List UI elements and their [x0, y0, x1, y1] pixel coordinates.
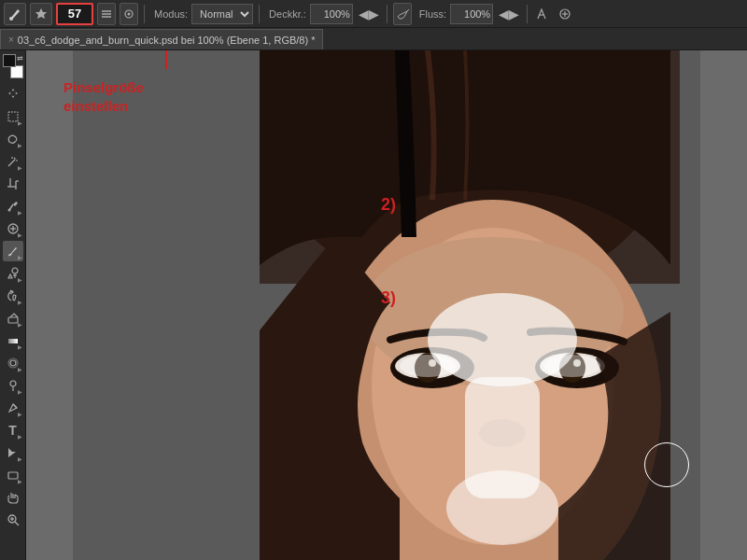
heal-tool[interactable]: ▶	[3, 218, 23, 239]
top-toolbar: 57 Modus: Normal Deckkr.: ◀▶ Fluss: ◀▶	[0, 0, 747, 28]
svg-point-17	[7, 209, 10, 212]
type-icon: T	[8, 423, 17, 438]
deckraft-label: Deckkr.:	[269, 8, 306, 20]
canvas-area: Pinselgröße einstellen 2) 3)	[26, 50, 747, 560]
svg-point-2	[128, 12, 131, 15]
airbrush-btn[interactable]	[120, 3, 138, 25]
color-swatches[interactable]: ⇄	[3, 54, 23, 78]
doc-tab[interactable]: × 03_c6_dodge_and_burn_quick.psd bei 100…	[0, 29, 323, 49]
left-toolbar: ⇄ ▶ ▶	[0, 50, 26, 560]
brush-tool[interactable]: ▶	[3, 241, 23, 261]
modus-dropdown[interactable]: Normal	[191, 4, 253, 24]
svg-line-11	[14, 158, 16, 160]
shape-tool[interactable]: ▶	[3, 465, 23, 485]
type-tool[interactable]: T ▶	[3, 420, 23, 441]
clone-stamp-tool[interactable]: ▶	[3, 263, 23, 284]
svg-point-26	[10, 381, 16, 386]
svg-rect-7	[8, 112, 18, 121]
svg-point-21	[12, 268, 18, 273]
magic-wand-tool[interactable]: ▶	[3, 151, 23, 172]
dodge-tool[interactable]: ▶	[3, 375, 23, 396]
svg-point-53	[400, 355, 456, 377]
close-tab-icon[interactable]: ×	[8, 35, 14, 45]
separator-2	[259, 5, 260, 23]
svg-point-54	[544, 355, 600, 377]
eraser-tool[interactable]: ▶	[3, 308, 23, 329]
path-selection-tool[interactable]: ▶	[3, 442, 23, 463]
svg-rect-22	[8, 317, 18, 323]
svg-point-0	[9, 17, 13, 21]
svg-line-8	[8, 160, 15, 166]
extra-btn-1[interactable]	[533, 3, 552, 25]
zoom-tool[interactable]	[3, 510, 23, 530]
main-area: ⇄ ▶ ▶	[0, 50, 747, 560]
airbrush-toggle[interactable]	[393, 3, 412, 25]
separator-4	[527, 5, 528, 23]
blur-tool[interactable]: ▶	[3, 353, 23, 373]
fluss-slider-icon[interactable]: ◀▶	[497, 7, 521, 21]
settings-btn[interactable]	[30, 3, 52, 25]
pen-tool[interactable]: ▶	[3, 398, 23, 418]
svg-rect-23	[8, 339, 18, 343]
crop-tool[interactable]	[3, 174, 23, 194]
photo-background	[26, 50, 747, 560]
modus-label: Modus:	[154, 8, 188, 20]
brush-tool-btn[interactable]	[4, 3, 26, 25]
doc-tab-title: 03_c6_dodge_and_burn_quick.psd bei 100% …	[18, 35, 316, 46]
svg-line-28	[13, 404, 17, 408]
tab-bar: × 03_c6_dodge_and_burn_quick.psd bei 100…	[0, 28, 747, 50]
svg-line-3	[407, 9, 409, 11]
fluss-label: Fluss:	[419, 8, 446, 20]
svg-point-25	[10, 360, 16, 366]
brush-options-btn[interactable]	[97, 3, 116, 25]
eyedropper-tool[interactable]: ▶	[3, 196, 23, 217]
deckraft-input[interactable]	[310, 4, 353, 24]
gradient-tool[interactable]: ▶	[3, 330, 23, 351]
lasso-tool[interactable]: ▶	[3, 129, 23, 149]
svg-line-31	[15, 522, 19, 525]
move-tool[interactable]	[3, 84, 23, 105]
marquee-tool[interactable]: ▶	[3, 106, 23, 127]
brush-size-input[interactable]: 57	[56, 3, 93, 25]
svg-rect-29	[8, 472, 18, 479]
separator-1	[144, 5, 145, 23]
hand-tool[interactable]	[3, 487, 23, 508]
history-brush-tool[interactable]: ▶	[3, 286, 23, 306]
deckraft-slider-icon[interactable]: ◀▶	[357, 7, 381, 21]
extra-btn-2[interactable]	[556, 3, 574, 25]
fluss-input[interactable]	[450, 4, 493, 24]
separator-3	[387, 5, 388, 23]
svg-point-52	[446, 470, 558, 545]
